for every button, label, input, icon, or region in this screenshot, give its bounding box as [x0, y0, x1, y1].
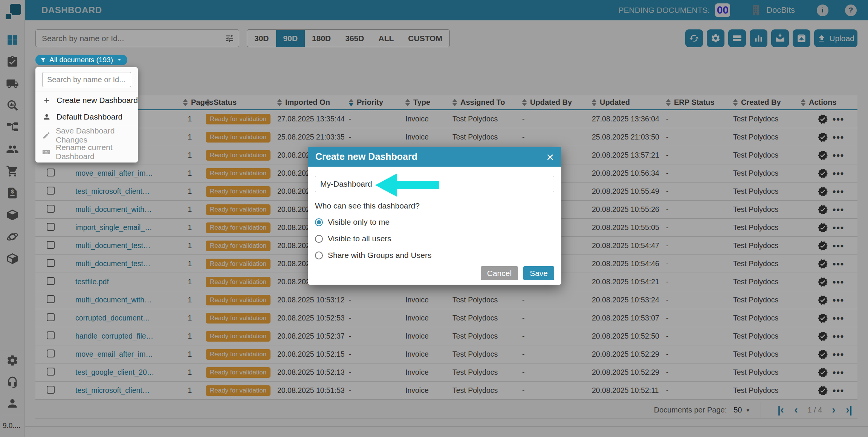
annotation-arrow-left-icon: [375, 173, 439, 198]
visibility-options: Visible only to meVisible to all usersSh…: [315, 216, 554, 261]
dashboard-menu-search-input[interactable]: [42, 72, 131, 87]
plus-icon: [43, 96, 51, 104]
radio-option-visible-to-all-users[interactable]: Visible to all users: [315, 233, 554, 244]
menu-item-save-dashboard-changes[interactable]: Save Dashboard Changes: [35, 127, 138, 144]
create-dashboard-modal: Create new Dashboard Who can see this da…: [308, 147, 561, 285]
keyboard-icon: [42, 148, 50, 156]
radio-label: Visible to all users: [328, 234, 391, 243]
menu-item-default-dashboard[interactable]: Default Dashboard: [35, 109, 138, 125]
radio-label: Visible only to me: [328, 218, 390, 227]
filter-chip-label: All documents (193): [49, 56, 113, 64]
cancel-button[interactable]: Cancel: [481, 266, 518, 280]
modal-header: Create new Dashboard: [308, 147, 561, 167]
plus-icon: [42, 96, 51, 105]
modal-title: Create new Dashboard: [315, 151, 417, 162]
chevron-down-icon: [116, 57, 122, 63]
radio-option-visible-only-to-me[interactable]: Visible only to me: [315, 216, 554, 228]
person-icon: [43, 113, 51, 121]
visibility-question: Who can see this dashboard?: [315, 201, 554, 210]
all-documents-filter-chip[interactable]: All documents (193): [35, 55, 127, 65]
radio-button-icon[interactable]: [315, 235, 323, 243]
radio-button-icon[interactable]: [315, 218, 323, 226]
radio-label: Share with Groups and Users: [328, 251, 431, 260]
menu-item-label: Create new Dashboard: [57, 96, 138, 105]
radio-button-icon[interactable]: [315, 251, 323, 259]
pencil-icon: [42, 131, 50, 140]
menu-item-create-new-dashboard[interactable]: Create new Dashboard: [35, 92, 138, 109]
menu-item-label: Rename current Dashboard: [56, 143, 138, 161]
menu-item-label: Default Dashboard: [57, 112, 122, 121]
keyboard-icon: [42, 147, 50, 156]
dashboard-menu: Create new DashboardDefault DashboardSav…: [35, 67, 138, 163]
close-icon[interactable]: [546, 150, 554, 163]
menu-item-rename-current-dashboard[interactable]: Rename current Dashboard: [35, 144, 138, 160]
radio-option-share-with-groups-and-users[interactable]: Share with Groups and Users: [315, 250, 554, 261]
save-button[interactable]: Save: [523, 266, 554, 280]
menu-item-label: Save Dashboard Changes: [56, 126, 138, 144]
pencil-icon: [42, 131, 50, 140]
person-icon: [42, 112, 51, 121]
funnel-icon: [40, 57, 46, 63]
